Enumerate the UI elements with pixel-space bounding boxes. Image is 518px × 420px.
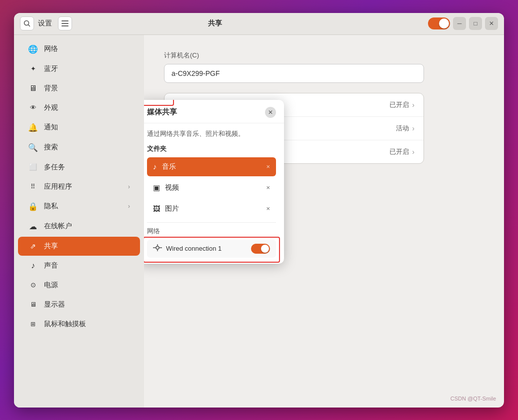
power-icon: ⊙ — [28, 281, 38, 289]
sidebar-label-apps: 应用程序 — [44, 182, 72, 191]
folder-name-pictures: 图片 — [165, 204, 266, 213]
menu-button[interactable] — [58, 16, 72, 30]
sidebar-label-notifications: 通知 — [44, 123, 58, 132]
svg-line-1 — [28, 25, 30, 26]
modal-title: 媒体共享 — [147, 107, 177, 117]
network-connection-name: Wired connection 1 — [166, 245, 251, 252]
background-icon: 🖥 — [28, 84, 38, 93]
folders-label: 文件夹 — [147, 144, 276, 153]
sidebar-item-background[interactable]: 🖥 背景 — [18, 79, 140, 98]
search-icon: 🔍 — [28, 143, 38, 152]
network-section: 网络 — [147, 222, 276, 258]
computer-name-label: 计算机名(C) — [164, 51, 484, 60]
folder-name-music: 音乐 — [162, 162, 266, 171]
privacy-arrow: › — [128, 203, 130, 210]
apps-icon: ⠿ — [28, 183, 38, 190]
multitask-icon: ⬜ — [28, 163, 38, 171]
sidebar: 🌐 网络 ✦ 蓝牙 🖥 背景 👁 外观 🔔 通知 🔍 搜索 — [14, 35, 144, 408]
network-connection-icon — [153, 244, 162, 253]
folder-item-pictures[interactable]: 🖼 图片 × — [147, 199, 276, 218]
display-icon: 🖥 — [28, 301, 38, 308]
sound-icon: ♪ — [28, 261, 38, 270]
minimize-button[interactable]: ─ — [453, 17, 466, 30]
sidebar-item-mouse[interactable]: ⊞ 鼠标和触摸板 — [18, 315, 140, 334]
settings-label: 设置 — [38, 19, 52, 28]
music-icon: ♪ — [153, 162, 157, 171]
titlebar: 设置 共享 ─ □ ✕ — [14, 13, 504, 35]
modal-description: 通过网络共享音乐、照片和视频。 — [147, 129, 276, 138]
modal-body: 通过网络共享音乐、照片和视频。 文件夹 ♪ 音乐 × ▣ 视频 × 🖼 图 — [144, 123, 284, 264]
network-section-label: 网络 — [147, 227, 276, 236]
remote-desktop-arrow: › — [412, 148, 414, 156]
sharing-icon: ⇗ — [28, 242, 38, 250]
window-controls: ─ □ ✕ — [428, 17, 498, 30]
folder-close-music[interactable]: × — [266, 163, 270, 170]
main-window: 设置 共享 ─ □ ✕ 🌐 网络 — [14, 13, 504, 408]
sidebar-label-power: 电源 — [44, 281, 58, 290]
search-button[interactable] — [20, 16, 34, 30]
bluetooth-icon: ✦ — [28, 65, 38, 72]
maximize-button[interactable]: □ — [469, 17, 482, 30]
modal-close-button[interactable]: ✕ — [265, 107, 276, 118]
watermark: CSDN @QT-Smile — [450, 396, 496, 402]
sidebar-item-bluetooth[interactable]: ✦ 蓝牙 — [18, 59, 140, 78]
sidebar-label-background: 背景 — [44, 84, 58, 93]
sidebar-item-multitask[interactable]: ⬜ 多任务 — [18, 158, 140, 177]
sidebar-item-sharing[interactable]: ⇗ 共享 — [18, 237, 140, 256]
remote-login-arrow: › — [412, 101, 414, 109]
page-title: 共享 — [150, 19, 280, 28]
sidebar-item-sound[interactable]: ♪ 声音 — [18, 256, 140, 275]
svg-rect-2 — [62, 20, 68, 21]
sidebar-item-display[interactable]: 🖥 显示器 — [18, 295, 140, 314]
toggle-knob — [439, 18, 449, 28]
media-sharing-dialog: 媒体共享 ✕ 通过网络共享音乐、照片和视频。 文件夹 ♪ 音乐 × ▣ 视频 × — [144, 100, 284, 264]
network-toggle[interactable] — [251, 244, 270, 254]
sidebar-item-power[interactable]: ⊙ 电源 — [18, 276, 140, 295]
sidebar-label-mouse: 鼠标和触摸板 — [44, 320, 86, 329]
sidebar-label-online: 在线帐户 — [44, 222, 72, 231]
sidebar-label-appearance: 外观 — [44, 103, 58, 112]
svg-rect-4 — [62, 25, 68, 26]
sidebar-label-display: 显示器 — [44, 300, 65, 309]
sidebar-item-appearance[interactable]: 👁 外观 — [18, 98, 140, 117]
main-content: 计算机名(C) 远程登录 已开启 › 媒体共享 活动 › 远程桌面 已开启 › — [144, 35, 504, 408]
notifications-icon: 🔔 — [28, 123, 38, 132]
svg-rect-3 — [62, 23, 68, 24]
titlebar-left: 设置 — [20, 16, 150, 30]
close-button[interactable]: ✕ — [485, 17, 498, 30]
media-sharing-status: 活动 — [396, 124, 409, 133]
computer-name-input[interactable] — [164, 64, 424, 83]
video-icon: ▣ — [153, 183, 160, 192]
media-sharing-arrow: › — [412, 124, 414, 132]
sidebar-label-sharing: 共享 — [44, 242, 58, 251]
online-icon: ☁ — [28, 222, 38, 231]
sidebar-item-network[interactable]: 🌐 网络 — [18, 39, 140, 59]
sharing-toggle[interactable] — [428, 17, 450, 29]
network-item: Wired connection 1 — [147, 240, 276, 258]
pictures-icon: 🖼 — [153, 205, 160, 213]
sidebar-label-sound: 声音 — [44, 261, 58, 270]
remote-desktop-status: 已开启 — [390, 147, 409, 156]
sidebar-item-privacy[interactable]: 🔒 隐私 › — [18, 197, 140, 216]
svg-point-5 — [156, 246, 159, 249]
folder-close-video[interactable]: × — [266, 184, 270, 191]
modal-header: 媒体共享 ✕ — [144, 100, 284, 123]
sidebar-label-network: 网络 — [44, 44, 58, 53]
sidebar-label-search: 搜索 — [44, 143, 58, 152]
network-icon: 🌐 — [28, 44, 38, 54]
folder-name-video: 视频 — [165, 183, 266, 192]
sidebar-item-apps[interactable]: ⠿ 应用程序 › — [18, 177, 140, 196]
content-area: 🌐 网络 ✦ 蓝牙 🖥 背景 👁 外观 🔔 通知 🔍 搜索 — [14, 35, 504, 408]
apps-arrow: › — [128, 183, 130, 190]
sidebar-label-privacy: 隐私 — [44, 202, 58, 211]
folder-item-video[interactable]: ▣ 视频 × — [147, 178, 276, 197]
folder-close-pictures[interactable]: × — [266, 205, 270, 212]
sidebar-item-notifications[interactable]: 🔔 通知 — [18, 118, 140, 137]
folder-item-music[interactable]: ♪ 音乐 × — [147, 157, 276, 176]
network-toggle-knob — [261, 245, 269, 253]
sidebar-item-search[interactable]: 🔍 搜索 — [18, 138, 140, 157]
sidebar-label-multitask: 多任务 — [44, 163, 65, 172]
sidebar-item-online[interactable]: ☁ 在线帐户 — [18, 217, 140, 236]
appearance-icon: 👁 — [28, 104, 38, 111]
sidebar-label-bluetooth: 蓝牙 — [44, 64, 58, 73]
